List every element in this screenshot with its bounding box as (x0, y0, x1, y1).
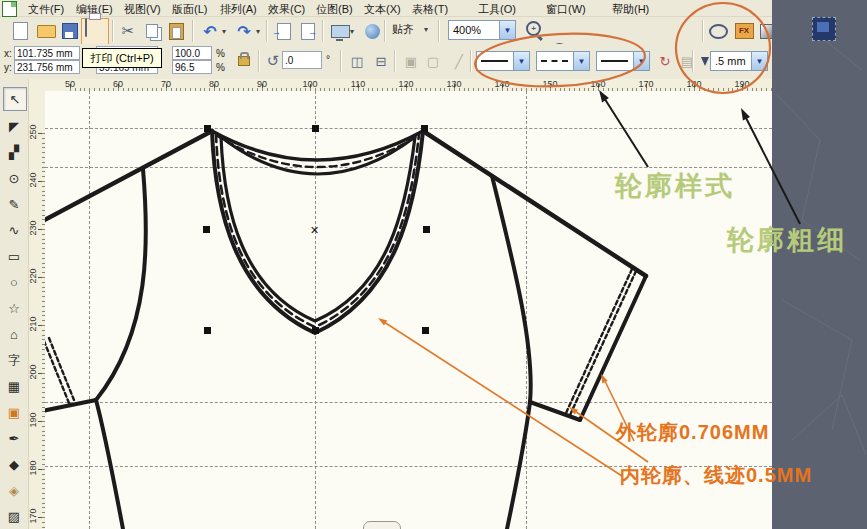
degree-sign: ° (326, 54, 330, 65)
combine-button[interactable]: ▣ (400, 50, 422, 72)
toolbar-separator (192, 20, 194, 42)
end-arrowhead-combo-arrow[interactable]: ▼ (633, 52, 649, 70)
snap-to-button[interactable]: 贴齐 (392, 22, 414, 37)
effects-badge-button[interactable]: FX (732, 19, 756, 43)
percent-sign: % (216, 62, 225, 73)
auto-close-curve-button[interactable]: ↻ (654, 50, 676, 72)
table-tool[interactable]: ▦ (3, 375, 25, 397)
text-tool[interactable]: 字 (3, 349, 25, 371)
pick-tool[interactable]: ↖ (3, 87, 27, 111)
polygon-tool[interactable]: ☆ (3, 297, 25, 319)
ellipse-outline-icon (709, 24, 728, 39)
shape-tool[interactable]: ◤ (3, 115, 25, 137)
smart-drawing-tool[interactable]: ∿ (3, 219, 25, 241)
cut-button[interactable]: ✂ (116, 19, 140, 43)
outline-pen-tool[interactable]: ◆ (3, 453, 25, 475)
x-position-field[interactable]: 101.735 mm (14, 46, 80, 60)
start-arrowhead-combo-arrow[interactable]: ▼ (513, 52, 529, 70)
snap-to-dropdown[interactable]: ▾ (424, 25, 428, 34)
menu-tools[interactable]: 工具(O) (478, 2, 516, 17)
hruler-number: 50 (65, 79, 75, 89)
propbar-separator (470, 50, 472, 72)
print-button[interactable] (81, 18, 109, 45)
export-button[interactable] (296, 19, 320, 43)
scale-x-field[interactable]: 100.0 (172, 46, 212, 60)
hruler-number: 120 (398, 79, 413, 89)
toolbar-separator (112, 20, 114, 42)
menu-arrange[interactable]: 排列(A) (220, 2, 257, 17)
app-icon (2, 1, 17, 17)
outline-style-combo-arrow[interactable]: ▼ (573, 52, 589, 70)
menu-help[interactable]: 帮助(H) (612, 2, 649, 17)
selection-center-marker[interactable]: ✕ (310, 225, 319, 236)
copy-button[interactable] (140, 19, 164, 43)
outline-width-combo[interactable]: .5 mm ▼ (710, 51, 768, 71)
zoom-level-combo[interactable]: 400% ▼ (448, 20, 516, 40)
selection-handle-bottom-center[interactable] (312, 327, 319, 334)
zoom-in-icon: + (526, 21, 541, 36)
interactive-blend-tool[interactable]: ▣ (3, 401, 25, 423)
left-armhole-line (96, 169, 146, 400)
redo-button[interactable]: ↷ (232, 19, 256, 43)
end-arrowhead-combo[interactable]: ▼ (596, 51, 650, 71)
mirror-horizontal-button[interactable]: ◫ (346, 50, 368, 72)
zoom-tool[interactable]: ⊙ (3, 167, 25, 189)
menu-text[interactable]: 文本(X) (364, 2, 401, 17)
print-tooltip: 打印 (Ctrl+P) (82, 48, 162, 68)
application-launcher-dropdown[interactable]: ▾ (350, 27, 354, 36)
vruler-number: 210 (28, 310, 38, 338)
fill-tool[interactable]: ◈ (3, 479, 25, 501)
selection-handle-top-left[interactable] (204, 125, 211, 132)
scale-y-field[interactable]: 96.5 (172, 60, 212, 74)
outline-style-combo[interactable]: ▼ (536, 51, 590, 71)
selection-handle-top-center[interactable] (312, 125, 319, 132)
rectangle-tool[interactable]: ▭ (3, 245, 25, 267)
import-button[interactable] (272, 19, 296, 43)
clipped-shape (363, 521, 401, 529)
corel-online-button[interactable] (360, 19, 384, 43)
redo-dropdown[interactable]: ▾ (256, 27, 260, 36)
application-launcher-button[interactable] (328, 19, 352, 43)
zoom-combo-arrow[interactable]: ▼ (499, 21, 515, 39)
basic-shapes-tool[interactable]: ⌂ (3, 323, 25, 345)
desktop-shortcut-icon[interactable] (812, 17, 836, 41)
hruler-number: 80 (209, 79, 219, 89)
ellipse-tool[interactable]: ○ (3, 271, 25, 293)
start-arrowhead-combo[interactable]: ▼ (476, 51, 530, 71)
outline-width-value: .5 mm (715, 55, 746, 67)
undo-button[interactable]: ↶ (198, 19, 222, 43)
freehand-tool[interactable]: ✎ (3, 193, 25, 215)
eyedropper-tool[interactable]: ✒ (3, 427, 25, 449)
rotation-angle-field[interactable]: .0 (282, 51, 322, 69)
menu-view[interactable]: 视图(V) (124, 2, 161, 17)
vertical-ruler[interactable]: 250 240 230 220 210 200 190 180 170 (28, 91, 46, 529)
menu-window[interactable]: 窗口(W) (546, 2, 586, 17)
open-button[interactable] (34, 19, 58, 43)
undo-dropdown[interactable]: ▾ (222, 27, 226, 36)
selection-handle-middle-right[interactable] (423, 226, 430, 233)
selection-handle-top-right[interactable] (421, 125, 428, 132)
menu-layout[interactable]: 版面(L) (172, 2, 207, 17)
new-document-button[interactable] (8, 19, 32, 43)
x-label: x: (4, 48, 12, 59)
selection-handle-bottom-right[interactable] (422, 327, 429, 334)
lock-ratio-toggle[interactable] (238, 56, 250, 66)
selection-handle-bottom-left[interactable] (204, 327, 211, 334)
mirror-vertical-button[interactable]: ⊟ (370, 50, 392, 72)
hruler-number: 90 (257, 79, 267, 89)
outline-shape-button[interactable] (706, 19, 730, 43)
menu-effects[interactable]: 效果(C) (268, 2, 305, 17)
zoom-in-button[interactable]: + (524, 19, 546, 41)
interactive-fill-tool[interactable]: ▨ (3, 505, 25, 527)
group-button[interactable]: ▢ (422, 50, 444, 72)
paste-button[interactable] (164, 19, 188, 43)
save-button[interactable] (58, 19, 82, 43)
menu-file[interactable]: 文件(F) (28, 2, 64, 17)
menu-table[interactable]: 表格(T) (412, 2, 448, 17)
convert-to-curves-button[interactable]: ╱ (448, 50, 470, 72)
selection-handle-middle-left[interactable] (203, 226, 210, 233)
crop-tool[interactable]: ▞ (3, 141, 25, 163)
y-position-field[interactable]: 231.756 mm (14, 60, 80, 74)
outline-width-combo-arrow[interactable]: ▼ (751, 52, 767, 70)
menu-bitmaps[interactable]: 位图(B) (316, 2, 353, 17)
